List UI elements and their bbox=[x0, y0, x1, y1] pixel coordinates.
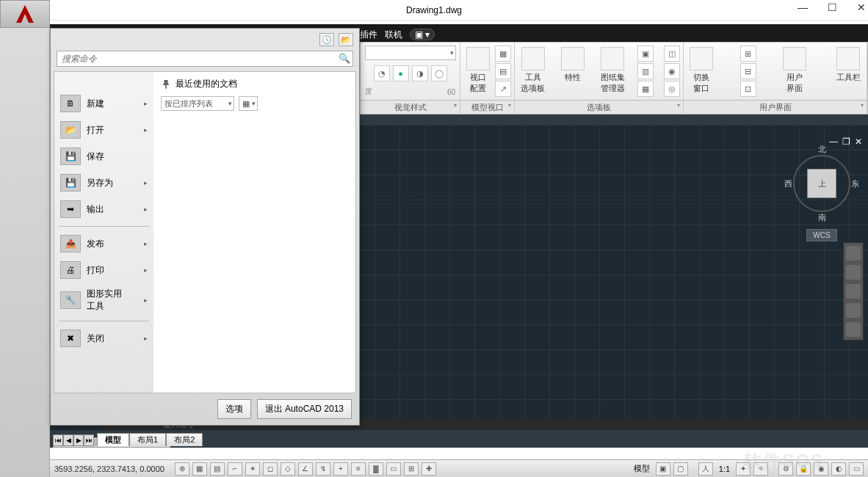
vp-btn-b[interactable]: ▤ bbox=[495, 63, 511, 79]
sb-3dosnap-icon[interactable]: ◇ bbox=[281, 462, 295, 476]
menu-new[interactable]: 🗎新建▸ bbox=[56, 91, 152, 116]
ribbon-label-ui[interactable]: 用户界面 bbox=[684, 101, 867, 114]
ui-btn-2[interactable]: ⊟ bbox=[740, 63, 756, 79]
style-btn-2[interactable]: ● bbox=[393, 65, 409, 81]
sb-sc-icon[interactable]: ⊞ bbox=[404, 462, 419, 476]
nav-show-icon[interactable] bbox=[846, 322, 861, 337]
command-search[interactable]: 🔍 bbox=[57, 51, 353, 67]
vc-west[interactable]: 西 bbox=[784, 178, 792, 189]
sb-iso-icon[interactable]: ◐ bbox=[831, 462, 846, 476]
sb-snap-icon[interactable]: ▦ bbox=[192, 462, 207, 476]
menu-close[interactable]: ✖关闭▸ bbox=[56, 326, 152, 351]
panel-btn-1[interactable]: ▣ bbox=[637, 45, 654, 62]
properties-button[interactable]: 特性 bbox=[558, 45, 587, 84]
style-btn-4[interactable]: ◯ bbox=[431, 65, 447, 81]
menu-save[interactable]: 💾保存 bbox=[56, 144, 152, 169]
sb-scale[interactable]: 1:1 bbox=[716, 465, 733, 473]
panel-btn-6[interactable]: ◎ bbox=[664, 81, 680, 97]
sheetset-button[interactable]: 图纸集 管理器 bbox=[598, 45, 628, 95]
ribbon-tab-plugins[interactable]: 插件 bbox=[360, 29, 377, 41]
user-interface-button[interactable]: 用户 界面 bbox=[780, 45, 809, 95]
tab-layout1[interactable]: 布局1 bbox=[129, 433, 166, 446]
sb-lwt-icon[interactable]: ≡ bbox=[351, 462, 366, 476]
sb-ws-icon[interactable]: ⚙ bbox=[778, 462, 793, 476]
nav-zoom-icon[interactable] bbox=[846, 284, 861, 299]
tab-first-icon[interactable]: ⏮ bbox=[53, 434, 63, 446]
sb-dyn-icon[interactable]: + bbox=[333, 462, 348, 476]
sb-ortho-icon[interactable]: ⌐ bbox=[228, 462, 242, 476]
maximize-button[interactable]: ☐ bbox=[827, 1, 837, 13]
sb-model-b-icon[interactable]: ▢ bbox=[673, 462, 688, 476]
ribbon-label-panel[interactable]: 选项板 bbox=[515, 101, 684, 114]
ui-btn-3[interactable]: ⊡ bbox=[740, 81, 756, 97]
menu-publish[interactable]: 📤发布▸ bbox=[56, 231, 152, 256]
ribbon-tab-extra-icon[interactable]: ▣ ▾ bbox=[410, 29, 435, 40]
sb-infer-icon[interactable]: ⊕ bbox=[175, 462, 189, 476]
nav-orbit-icon[interactable] bbox=[846, 303, 861, 318]
menu-saveas[interactable]: 💾另存为▸ bbox=[56, 170, 152, 195]
tool-palette-button[interactable]: 工具 选项板 bbox=[518, 45, 548, 95]
sb-otrack-icon[interactable]: ∠ bbox=[298, 462, 313, 476]
sb-lock-icon[interactable]: 🔒 bbox=[796, 462, 811, 476]
application-menu-button[interactable] bbox=[0, 0, 50, 28]
viewcube[interactable]: 上 bbox=[807, 169, 836, 198]
tab-model[interactable]: 模型 bbox=[97, 433, 129, 446]
sb-osnap-icon[interactable]: ◻ bbox=[263, 462, 278, 476]
sb-tpy-icon[interactable]: ▓ bbox=[369, 462, 383, 476]
vc-east[interactable]: 东 bbox=[851, 178, 859, 189]
menu-export[interactable]: ➡输出▸ bbox=[56, 197, 152, 222]
close-button[interactable]: ✕ bbox=[856, 1, 867, 13]
menu-print[interactable]: 🖨打印▸ bbox=[56, 258, 152, 283]
style-btn-3[interactable]: ◑ bbox=[412, 65, 428, 81]
appmenu-open-icon[interactable]: 📂 bbox=[339, 33, 353, 46]
visual-style-dropdown[interactable] bbox=[365, 45, 456, 60]
ribbon-label-model-vp[interactable]: 模型视口 bbox=[460, 101, 515, 114]
vc-north[interactable]: 北 bbox=[789, 144, 855, 155]
sb-polar-icon[interactable]: ✶ bbox=[245, 462, 260, 476]
panel-btn-3[interactable]: ▦ bbox=[637, 81, 654, 97]
minimize-button[interactable]: — bbox=[798, 1, 808, 13]
appmenu-recent-icon[interactable]: 🕓 bbox=[319, 33, 334, 46]
sb-ducs-icon[interactable]: ↯ bbox=[316, 462, 330, 476]
ribbon-tab-online[interactable]: 联机 bbox=[385, 29, 402, 41]
nav-pan-icon[interactable] bbox=[846, 265, 861, 280]
viewport-config-button[interactable]: 视口 配置 bbox=[463, 45, 493, 95]
nav-full-icon[interactable] bbox=[846, 246, 861, 261]
options-button[interactable]: 选项 bbox=[217, 399, 251, 419]
viewcube-container[interactable]: 北 西 上 东 南 WCS bbox=[789, 144, 855, 241]
toolbar-button[interactable]: 工具栏 bbox=[833, 45, 864, 84]
wcs-label[interactable]: WCS bbox=[806, 229, 836, 241]
sb-ann-icon[interactable]: 人 bbox=[698, 462, 713, 476]
vc-south[interactable]: 南 bbox=[789, 212, 855, 223]
menu-open[interactable]: 📂打开▸ bbox=[56, 117, 152, 142]
recent-sort-dropdown[interactable]: 按已排序列表 bbox=[161, 96, 234, 111]
panel-btn-5[interactable]: ◉ bbox=[664, 63, 680, 79]
doc-close-icon[interactable]: ✕ bbox=[855, 136, 862, 147]
sb-annovis-icon[interactable]: ✧ bbox=[753, 462, 768, 476]
menu-utilities[interactable]: 🔧图形实用 工具▸ bbox=[56, 284, 152, 316]
recent-view-dropdown[interactable]: ▦ bbox=[239, 96, 258, 111]
panel-btn-2[interactable]: ▥ bbox=[637, 63, 654, 79]
sb-clean-icon[interactable]: ▭ bbox=[849, 462, 864, 476]
style-btn-1[interactable]: ◔ bbox=[374, 65, 390, 81]
vp-btn-a[interactable]: ▦ bbox=[495, 45, 511, 62]
sb-grid-icon[interactable]: ▤ bbox=[210, 462, 225, 476]
tab-last-icon[interactable]: ⏭ bbox=[84, 434, 94, 446]
switch-window-button[interactable]: 切换 窗口 bbox=[687, 45, 716, 95]
command-search-input[interactable] bbox=[57, 51, 353, 67]
ribbon-label-visual[interactable]: 视觉样式 bbox=[361, 101, 460, 114]
tab-layout2[interactable]: 布局2 bbox=[166, 433, 203, 446]
vp-btn-c[interactable]: ↗ bbox=[495, 81, 511, 97]
sb-model-toggle[interactable]: 模型 bbox=[631, 463, 653, 474]
sb-am-icon[interactable]: ✚ bbox=[422, 462, 436, 476]
sb-hw-icon[interactable]: ◉ bbox=[814, 462, 828, 476]
navigation-bar[interactable] bbox=[843, 242, 864, 341]
sb-annoscale-icon[interactable]: ✦ bbox=[736, 462, 751, 476]
tab-prev-icon[interactable]: ◀ bbox=[63, 434, 73, 446]
exit-button[interactable]: 退出 AutoCAD 2013 bbox=[257, 399, 352, 419]
sb-model-a-icon[interactable]: ▣ bbox=[656, 462, 670, 476]
tab-next-icon[interactable]: ▶ bbox=[73, 434, 84, 446]
ui-btn-1[interactable]: ⊞ bbox=[740, 45, 756, 62]
sb-qp-icon[interactable]: ▭ bbox=[386, 462, 401, 476]
panel-btn-4[interactable]: ◫ bbox=[664, 45, 680, 62]
